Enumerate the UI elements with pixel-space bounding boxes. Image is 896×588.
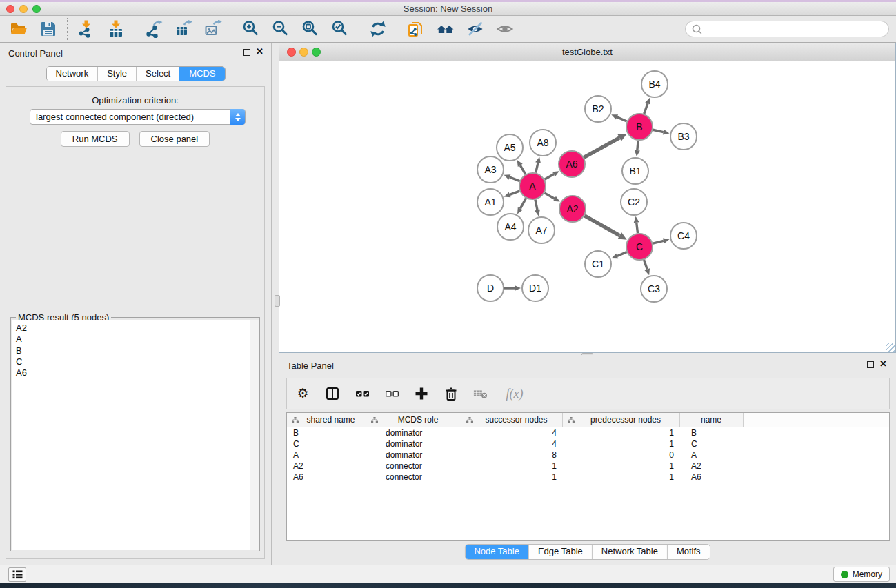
export-table-button[interactable] [175, 20, 192, 38]
zoom-fit-button[interactable] [301, 20, 319, 38]
trash-icon [444, 387, 458, 401]
deselect-all-button[interactable] [384, 386, 399, 401]
tab-network[interactable]: Network [46, 67, 97, 81]
add-column-button[interactable] [414, 386, 429, 401]
window-title: Session: New Session [0, 2, 896, 16]
result-item[interactable]: C [16, 356, 259, 367]
tab-network-table[interactable]: Network Table [592, 545, 667, 559]
tab-edge-table[interactable]: Edge Table [528, 545, 592, 559]
run-mcds-button[interactable]: Run MCDS [61, 131, 130, 147]
export-image-button[interactable] [204, 20, 222, 38]
column-header-shared-name[interactable]: shared name [287, 413, 366, 427]
svg-text:B: B [636, 121, 642, 132]
zoom-out-button[interactable] [272, 20, 290, 38]
show-task-history-button[interactable] [8, 567, 26, 582]
vertical-split-handle[interactable] [275, 295, 280, 307]
zoom-in-button[interactable] [242, 20, 260, 38]
memory-status-icon [841, 571, 848, 578]
tab-select[interactable]: Select [136, 67, 179, 81]
network-view-frame: testGlobe.txt AA1A2A3A4A5A6A7A8BB1B2B3B4… [279, 43, 896, 353]
delete-table-icon [473, 387, 488, 400]
function-builder-button[interactable]: f(x) [503, 386, 526, 401]
criterion-select[interactable]: largest connected component (directed) [30, 109, 246, 125]
memory-label: Memory [853, 569, 882, 579]
search-input[interactable] [702, 22, 888, 36]
network-frame-titlebar: testGlobe.txt [279, 43, 895, 61]
attribute-icon [466, 417, 473, 423]
result-scrollbar[interactable] [250, 320, 259, 550]
svg-text:A8: A8 [537, 137, 548, 148]
search-box[interactable] [685, 21, 889, 37]
delete-table-button[interactable] [473, 386, 488, 401]
table-row[interactable]: A6 connector 1 1 A6 [287, 472, 889, 483]
svg-text:A1: A1 [484, 196, 496, 207]
import-network-button[interactable] [77, 20, 95, 38]
result-item[interactable]: A6 [16, 367, 259, 378]
svg-text:A7: A7 [535, 225, 547, 236]
svg-text:D: D [487, 283, 494, 294]
result-item[interactable]: B [16, 345, 259, 356]
float-panel-icon[interactable] [867, 361, 874, 368]
graph-svg[interactable]: AA1A2A3A4A5A6A7A8BB1B2B3B4CC1C2C3C4DD1 [279, 61, 895, 352]
table-row[interactable]: A dominator 8 0 A [287, 449, 889, 460]
zoom-out-icon [272, 20, 290, 38]
network-canvas[interactable]: AA1A2A3A4A5A6A7A8BB1B2B3B4CC1C2C3C4DD1 [279, 61, 895, 352]
tab-style[interactable]: Style [97, 67, 136, 81]
svg-text:C4: C4 [677, 230, 690, 241]
export-image-icon [204, 20, 222, 38]
plus-icon [415, 387, 428, 401]
zoom-selected-button[interactable] [331, 20, 349, 38]
tab-node-table[interactable]: Node Table [465, 545, 528, 559]
show-all-button[interactable] [496, 20, 514, 38]
result-item[interactable]: A [16, 334, 259, 345]
table-row[interactable]: C dominator 4 1 C [287, 438, 889, 449]
window-titlebar: Session: New Session [0, 2, 896, 16]
tab-motifs[interactable]: Motifs [667, 545, 710, 559]
column-browser-button[interactable] [325, 386, 340, 401]
gear-icon: ⚙ [297, 386, 308, 401]
column-header-successor-nodes[interactable]: successor nodes [461, 413, 563, 427]
result-item[interactable]: A2 [16, 323, 259, 334]
frame-resize-grip[interactable] [886, 343, 895, 352]
import-table-button[interactable] [107, 20, 125, 38]
refresh-button[interactable] [369, 20, 387, 38]
hide-selected-button[interactable] [466, 20, 484, 38]
svg-text:C2: C2 [628, 196, 640, 207]
first-neighbors-button[interactable] [437, 20, 455, 38]
refresh-icon [369, 20, 387, 38]
close-panel-icon[interactable]: ✕ [256, 47, 263, 57]
float-panel-icon[interactable] [243, 49, 250, 56]
export-network-icon [145, 20, 163, 38]
select-all-button[interactable] [355, 386, 370, 401]
table-settings-button[interactable]: ⚙ [295, 386, 310, 401]
criterion-selected-value: largest connected component (directed) [36, 112, 194, 122]
save-session-button[interactable] [39, 20, 57, 38]
attribute-icon [371, 417, 378, 423]
new-network-from-selection-button[interactable] [407, 20, 425, 38]
export-network-button[interactable] [145, 20, 163, 38]
delete-column-button[interactable] [444, 386, 459, 401]
column-header-name[interactable]: name [680, 413, 744, 427]
desktop-strip-bottom [0, 583, 896, 588]
mcds-result-box: MCDS result (5 nodes) A2 A B C A6 [10, 317, 260, 551]
control-panel-header: Control Panel ✕ [0, 43, 271, 63]
copy-network-icon [407, 20, 425, 38]
open-session-button[interactable] [10, 20, 28, 38]
mcds-tab-content: Optimization criterion: largest connecte… [6, 86, 265, 559]
search-icon [691, 23, 702, 34]
column-header-mcds-role[interactable]: MCDS role [366, 413, 461, 427]
table-row[interactable]: B dominator 4 1 B [287, 427, 889, 438]
eye-icon [496, 20, 514, 38]
svg-text:A5: A5 [504, 142, 515, 153]
application-window: Session: New Session [0, 0, 896, 588]
close-panel-icon[interactable]: ✕ [879, 359, 887, 369]
table-toolbar: ⚙ [286, 378, 890, 409]
column-header-predecessor-nodes[interactable]: predecessor nodes [563, 413, 680, 427]
save-floppy-icon [39, 20, 57, 38]
memory-button[interactable]: Memory [833, 567, 890, 582]
fx-icon: f(x) [506, 387, 524, 401]
tab-mcds[interactable]: MCDS [179, 67, 224, 81]
table-row[interactable]: A2 connector 1 1 A2 [287, 460, 889, 472]
close-panel-button[interactable]: Close panel [139, 131, 210, 147]
table-panel: Table Panel ✕ ⚙ [279, 355, 896, 565]
